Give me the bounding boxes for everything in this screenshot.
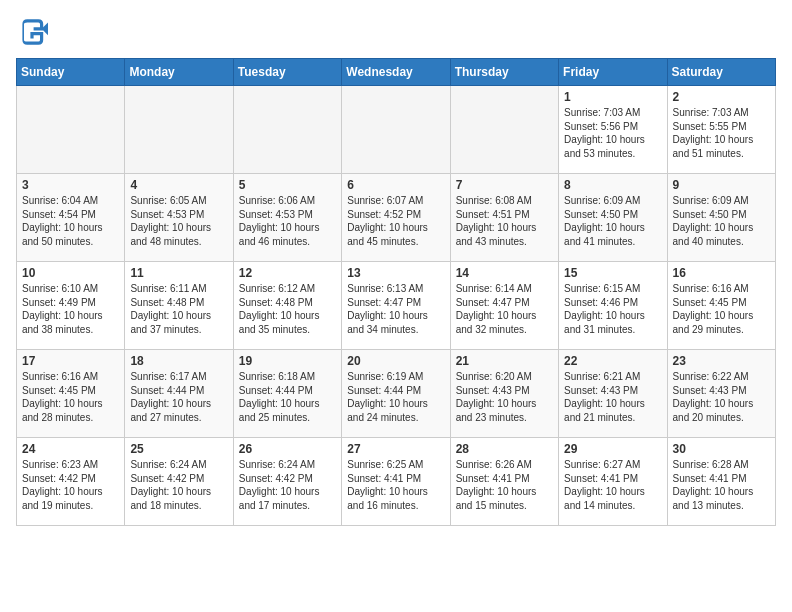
weekday-header-tuesday: Tuesday <box>233 59 341 86</box>
logo-icon <box>16 16 48 48</box>
day-info: Sunrise: 6:12 AM Sunset: 4:48 PM Dayligh… <box>239 282 336 336</box>
day-number: 13 <box>347 266 444 280</box>
day-info: Sunrise: 6:24 AM Sunset: 4:42 PM Dayligh… <box>130 458 227 512</box>
day-number: 7 <box>456 178 553 192</box>
calendar-cell: 24Sunrise: 6:23 AM Sunset: 4:42 PM Dayli… <box>17 438 125 526</box>
calendar-cell: 6Sunrise: 6:07 AM Sunset: 4:52 PM Daylig… <box>342 174 450 262</box>
calendar-cell: 3Sunrise: 6:04 AM Sunset: 4:54 PM Daylig… <box>17 174 125 262</box>
calendar-cell: 26Sunrise: 6:24 AM Sunset: 4:42 PM Dayli… <box>233 438 341 526</box>
day-number: 1 <box>564 90 661 104</box>
day-number: 26 <box>239 442 336 456</box>
day-info: Sunrise: 6:08 AM Sunset: 4:51 PM Dayligh… <box>456 194 553 248</box>
day-info: Sunrise: 6:22 AM Sunset: 4:43 PM Dayligh… <box>673 370 770 424</box>
calendar-cell: 19Sunrise: 6:18 AM Sunset: 4:44 PM Dayli… <box>233 350 341 438</box>
calendar-week-2: 3Sunrise: 6:04 AM Sunset: 4:54 PM Daylig… <box>17 174 776 262</box>
day-number: 8 <box>564 178 661 192</box>
day-info: Sunrise: 6:04 AM Sunset: 4:54 PM Dayligh… <box>22 194 119 248</box>
day-info: Sunrise: 6:16 AM Sunset: 4:45 PM Dayligh… <box>22 370 119 424</box>
logo <box>16 16 52 48</box>
calendar-cell: 16Sunrise: 6:16 AM Sunset: 4:45 PM Dayli… <box>667 262 775 350</box>
day-info: Sunrise: 6:27 AM Sunset: 4:41 PM Dayligh… <box>564 458 661 512</box>
calendar-cell: 5Sunrise: 6:06 AM Sunset: 4:53 PM Daylig… <box>233 174 341 262</box>
calendar-week-3: 10Sunrise: 6:10 AM Sunset: 4:49 PM Dayli… <box>17 262 776 350</box>
calendar-cell: 18Sunrise: 6:17 AM Sunset: 4:44 PM Dayli… <box>125 350 233 438</box>
day-info: Sunrise: 6:11 AM Sunset: 4:48 PM Dayligh… <box>130 282 227 336</box>
day-number: 15 <box>564 266 661 280</box>
day-number: 14 <box>456 266 553 280</box>
day-info: Sunrise: 7:03 AM Sunset: 5:55 PM Dayligh… <box>673 106 770 160</box>
calendar-cell <box>342 86 450 174</box>
calendar-cell: 21Sunrise: 6:20 AM Sunset: 4:43 PM Dayli… <box>450 350 558 438</box>
calendar-cell: 13Sunrise: 6:13 AM Sunset: 4:47 PM Dayli… <box>342 262 450 350</box>
day-number: 22 <box>564 354 661 368</box>
day-number: 3 <box>22 178 119 192</box>
weekday-header-wednesday: Wednesday <box>342 59 450 86</box>
weekday-header-sunday: Sunday <box>17 59 125 86</box>
day-info: Sunrise: 6:24 AM Sunset: 4:42 PM Dayligh… <box>239 458 336 512</box>
calendar-cell: 15Sunrise: 6:15 AM Sunset: 4:46 PM Dayli… <box>559 262 667 350</box>
calendar-cell <box>125 86 233 174</box>
calendar-cell: 28Sunrise: 6:26 AM Sunset: 4:41 PM Dayli… <box>450 438 558 526</box>
day-number: 21 <box>456 354 553 368</box>
weekday-header-thursday: Thursday <box>450 59 558 86</box>
day-number: 4 <box>130 178 227 192</box>
day-info: Sunrise: 6:09 AM Sunset: 4:50 PM Dayligh… <box>673 194 770 248</box>
day-info: Sunrise: 6:05 AM Sunset: 4:53 PM Dayligh… <box>130 194 227 248</box>
day-number: 20 <box>347 354 444 368</box>
calendar-week-5: 24Sunrise: 6:23 AM Sunset: 4:42 PM Dayli… <box>17 438 776 526</box>
day-info: Sunrise: 6:13 AM Sunset: 4:47 PM Dayligh… <box>347 282 444 336</box>
day-info: Sunrise: 6:19 AM Sunset: 4:44 PM Dayligh… <box>347 370 444 424</box>
day-info: Sunrise: 6:17 AM Sunset: 4:44 PM Dayligh… <box>130 370 227 424</box>
weekday-header-saturday: Saturday <box>667 59 775 86</box>
day-number: 5 <box>239 178 336 192</box>
calendar-cell: 12Sunrise: 6:12 AM Sunset: 4:48 PM Dayli… <box>233 262 341 350</box>
day-info: Sunrise: 6:28 AM Sunset: 4:41 PM Dayligh… <box>673 458 770 512</box>
day-info: Sunrise: 6:09 AM Sunset: 4:50 PM Dayligh… <box>564 194 661 248</box>
day-number: 17 <box>22 354 119 368</box>
day-info: Sunrise: 6:16 AM Sunset: 4:45 PM Dayligh… <box>673 282 770 336</box>
day-info: Sunrise: 6:18 AM Sunset: 4:44 PM Dayligh… <box>239 370 336 424</box>
calendar-cell: 8Sunrise: 6:09 AM Sunset: 4:50 PM Daylig… <box>559 174 667 262</box>
calendar-cell <box>233 86 341 174</box>
day-info: Sunrise: 7:03 AM Sunset: 5:56 PM Dayligh… <box>564 106 661 160</box>
day-number: 6 <box>347 178 444 192</box>
day-number: 27 <box>347 442 444 456</box>
day-number: 29 <box>564 442 661 456</box>
calendar-cell: 27Sunrise: 6:25 AM Sunset: 4:41 PM Dayli… <box>342 438 450 526</box>
day-number: 19 <box>239 354 336 368</box>
calendar-cell: 2Sunrise: 7:03 AM Sunset: 5:55 PM Daylig… <box>667 86 775 174</box>
day-info: Sunrise: 6:07 AM Sunset: 4:52 PM Dayligh… <box>347 194 444 248</box>
day-number: 16 <box>673 266 770 280</box>
day-number: 23 <box>673 354 770 368</box>
day-info: Sunrise: 6:15 AM Sunset: 4:46 PM Dayligh… <box>564 282 661 336</box>
calendar-cell: 4Sunrise: 6:05 AM Sunset: 4:53 PM Daylig… <box>125 174 233 262</box>
calendar-cell: 23Sunrise: 6:22 AM Sunset: 4:43 PM Dayli… <box>667 350 775 438</box>
calendar-cell: 30Sunrise: 6:28 AM Sunset: 4:41 PM Dayli… <box>667 438 775 526</box>
day-number: 30 <box>673 442 770 456</box>
calendar-table: SundayMondayTuesdayWednesdayThursdayFrid… <box>16 58 776 526</box>
day-number: 10 <box>22 266 119 280</box>
calendar-cell: 14Sunrise: 6:14 AM Sunset: 4:47 PM Dayli… <box>450 262 558 350</box>
calendar-cell <box>17 86 125 174</box>
calendar-week-4: 17Sunrise: 6:16 AM Sunset: 4:45 PM Dayli… <box>17 350 776 438</box>
day-number: 11 <box>130 266 227 280</box>
day-info: Sunrise: 6:21 AM Sunset: 4:43 PM Dayligh… <box>564 370 661 424</box>
calendar-cell: 9Sunrise: 6:09 AM Sunset: 4:50 PM Daylig… <box>667 174 775 262</box>
day-info: Sunrise: 6:10 AM Sunset: 4:49 PM Dayligh… <box>22 282 119 336</box>
calendar-cell: 7Sunrise: 6:08 AM Sunset: 4:51 PM Daylig… <box>450 174 558 262</box>
calendar-cell: 20Sunrise: 6:19 AM Sunset: 4:44 PM Dayli… <box>342 350 450 438</box>
day-number: 25 <box>130 442 227 456</box>
page-header <box>16 16 776 48</box>
weekday-header-monday: Monday <box>125 59 233 86</box>
calendar-cell <box>450 86 558 174</box>
calendar-cell: 29Sunrise: 6:27 AM Sunset: 4:41 PM Dayli… <box>559 438 667 526</box>
day-info: Sunrise: 6:14 AM Sunset: 4:47 PM Dayligh… <box>456 282 553 336</box>
day-number: 2 <box>673 90 770 104</box>
day-number: 12 <box>239 266 336 280</box>
calendar-cell: 11Sunrise: 6:11 AM Sunset: 4:48 PM Dayli… <box>125 262 233 350</box>
day-number: 9 <box>673 178 770 192</box>
day-info: Sunrise: 6:20 AM Sunset: 4:43 PM Dayligh… <box>456 370 553 424</box>
calendar-cell: 10Sunrise: 6:10 AM Sunset: 4:49 PM Dayli… <box>17 262 125 350</box>
day-number: 18 <box>130 354 227 368</box>
day-number: 24 <box>22 442 119 456</box>
